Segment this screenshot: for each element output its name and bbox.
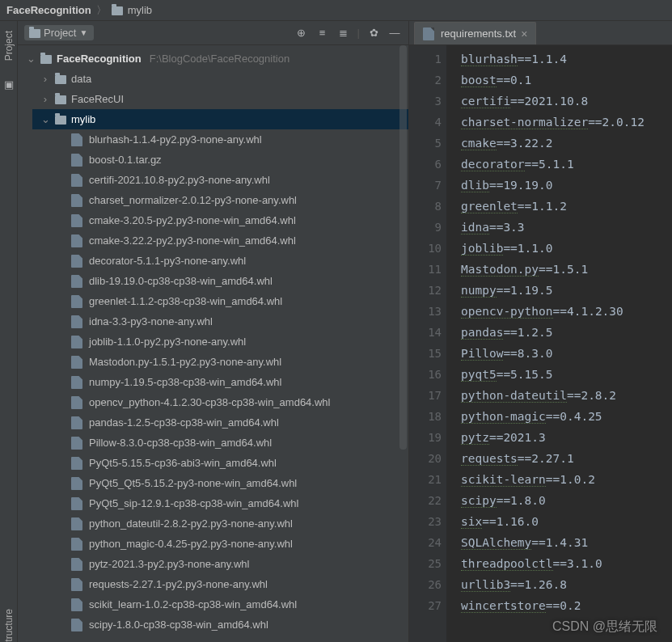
file-label: joblib-1.1.0-py2.py3-none-any.whl bbox=[89, 336, 246, 348]
code-line[interactable]: scipy==1.8.0 bbox=[461, 490, 672, 511]
code-line[interactable]: wincertstore==0.2 bbox=[461, 595, 672, 616]
file-label: boost-0.1.tar.gz bbox=[89, 154, 162, 166]
code-line[interactable]: decorator==5.1.1 bbox=[461, 154, 672, 175]
tree-file[interactable]: scikit_learn-1.0.2-cp38-cp38-win_amd64.w… bbox=[63, 594, 408, 615]
folder-label: FaceRecUI bbox=[71, 93, 124, 105]
tree-file[interactable]: opencv_python-4.1.2.30-cp38-cp38-win_amd… bbox=[63, 392, 408, 412]
project-tree[interactable]: ⌄ FaceRecognition F:\BlogCode\FaceRecogn… bbox=[18, 45, 408, 642]
file-icon bbox=[71, 234, 82, 247]
scrollbar-thumb[interactable] bbox=[399, 45, 407, 450]
line-number: 13 bbox=[409, 301, 442, 322]
chevron-down-icon: ▼ bbox=[79, 28, 87, 37]
tree-file[interactable]: pytz-2021.3-py2.py3-none-any.whl bbox=[63, 554, 408, 574]
code-line[interactable]: threadpoolctl==3.1.0 bbox=[461, 553, 672, 574]
tree-file[interactable]: python_dateutil-2.8.2-py2.py3-none-any.w… bbox=[63, 513, 408, 534]
folder-icon bbox=[40, 55, 52, 64]
line-number: 6 bbox=[409, 154, 442, 175]
hide-icon[interactable]: — bbox=[387, 26, 402, 40]
code-line[interactable]: python-dateutil==2.8.2 bbox=[461, 385, 672, 406]
file-label: cmake-3.22.2-py2.py3-none-win_amd64.whl bbox=[89, 234, 296, 247]
code-line[interactable]: python-magic==0.4.25 bbox=[461, 406, 672, 427]
tree-file[interactable]: certifi-2021.10.8-py2.py3-none-any.whl bbox=[63, 170, 408, 190]
breadcrumb-root[interactable]: FaceRecognition bbox=[6, 4, 91, 16]
project-tool-button[interactable]: Project bbox=[3, 31, 15, 61]
code-line[interactable]: numpy==1.19.5 bbox=[461, 280, 672, 301]
tree-folder[interactable]: › data bbox=[32, 69, 408, 89]
file-label: greenlet-1.1.2-cp38-cp38-win_amd64.whl bbox=[89, 295, 282, 307]
breadcrumb-sub[interactable]: mylib bbox=[128, 4, 152, 16]
code-line[interactable]: blurhash==1.1.4 bbox=[461, 49, 672, 70]
tree-file[interactable]: requests-2.27.1-py2.py3-none-any.whl bbox=[63, 574, 408, 594]
code-line[interactable]: joblib==1.1.0 bbox=[461, 238, 672, 259]
tree-file[interactable]: boost-0.1.tar.gz bbox=[63, 150, 408, 170]
chevron-right-icon[interactable]: › bbox=[40, 93, 50, 105]
tree-file[interactable]: numpy-1.19.5-cp38-cp38-win_amd64.whl bbox=[63, 372, 408, 392]
code-line[interactable]: Mastodon.py==1.5.1 bbox=[461, 259, 672, 280]
code-line[interactable]: pyqt5==5.15.5 bbox=[461, 364, 672, 385]
code-line[interactable]: idna==3.3 bbox=[461, 217, 672, 238]
tree-file[interactable]: Pillow-8.3.0-cp38-cp38-win_amd64.whl bbox=[63, 433, 408, 453]
project-view-selector[interactable]: Project ▼ bbox=[24, 25, 94, 40]
editor[interactable]: 1234567891011121314151617181920212223242… bbox=[409, 45, 672, 642]
tree-folder-selected[interactable]: ⌄ mylib bbox=[32, 109, 408, 129]
tree-file[interactable]: idna-3.3-py3-none-any.whl bbox=[63, 311, 408, 332]
tree-file[interactable]: PyQt5-5.15.5-cp36-abi3-win_amd64.whl bbox=[63, 453, 408, 473]
file-icon bbox=[71, 356, 82, 369]
collapse-all-icon[interactable]: ≣ bbox=[336, 26, 351, 40]
file-icon bbox=[71, 214, 82, 227]
chevron-down-icon[interactable]: ⌄ bbox=[26, 53, 36, 65]
code-line[interactable]: SQLAlchemy==1.4.31 bbox=[461, 532, 672, 553]
code-line[interactable]: Pillow==8.3.0 bbox=[461, 343, 672, 364]
file-label: python_dateutil-2.8.2-py2.py3-none-any.w… bbox=[89, 517, 293, 530]
tree-file[interactable]: PyQt5_Qt5-5.15.2-py3-none-win_amd64.whl bbox=[63, 473, 408, 493]
gear-icon[interactable]: ✿ bbox=[366, 26, 381, 40]
tree-folder[interactable]: › FaceRecUI bbox=[32, 89, 408, 109]
tree-file[interactable]: cmake-3.22.2-py2.py3-none-win_amd64.whl bbox=[63, 230, 408, 251]
code-line[interactable]: pytz==2021.3 bbox=[461, 427, 672, 448]
file-icon bbox=[423, 27, 434, 40]
file-label: PyQt5_sip-12.9.1-cp38-cp38-win_amd64.whl bbox=[89, 497, 298, 509]
code-line[interactable]: greenlet==1.1.2 bbox=[461, 196, 672, 217]
close-icon[interactable]: × bbox=[521, 27, 527, 40]
file-icon bbox=[71, 457, 82, 470]
tree-file[interactable]: cmake-3.20.5-py2.py3-none-win_amd64.whl bbox=[63, 210, 408, 230]
tree-file[interactable]: scipy-1.8.0-cp38-cp38-win_amd64.whl bbox=[63, 615, 408, 635]
tree-root[interactable]: ⌄ FaceRecognition F:\BlogCode\FaceRecogn… bbox=[18, 49, 408, 69]
code-line[interactable]: certifi==2021.10.8 bbox=[461, 91, 672, 112]
line-number: 22 bbox=[409, 490, 442, 511]
code-line[interactable]: dlib==19.19.0 bbox=[461, 175, 672, 196]
editor-tab[interactable]: requirements.txt × bbox=[414, 22, 536, 44]
code-line[interactable]: six==1.16.0 bbox=[461, 511, 672, 532]
tree-file[interactable]: charset_normalizer-2.0.12-py3-none-any.w… bbox=[63, 190, 408, 210]
code-line[interactable]: pandas==1.2.5 bbox=[461, 322, 672, 343]
tree-file[interactable]: joblib-1.1.0-py2.py3-none-any.whl bbox=[63, 332, 408, 352]
code-line[interactable]: scikit-learn==1.0.2 bbox=[461, 469, 672, 490]
code-line[interactable]: boost==0.1 bbox=[461, 70, 672, 91]
structure-tool-button[interactable]: tructure bbox=[3, 609, 15, 642]
line-number: 18 bbox=[409, 406, 442, 427]
tab-label: requirements.txt bbox=[441, 27, 516, 40]
file-label: PyQt5_Qt5-5.15.2-py3-none-win_amd64.whl bbox=[89, 477, 297, 489]
code-line[interactable]: charset-normalizer==2.0.12 bbox=[461, 112, 672, 133]
code-line[interactable]: opencv-python==4.1.2.30 bbox=[461, 301, 672, 322]
file-icon bbox=[71, 174, 82, 187]
code-line[interactable]: cmake==3.22.2 bbox=[461, 133, 672, 154]
folder-icon bbox=[55, 95, 66, 104]
tree-file[interactable]: greenlet-1.1.2-cp38-cp38-win_amd64.whl bbox=[63, 291, 408, 311]
expand-all-icon[interactable]: ≡ bbox=[315, 26, 330, 40]
code-line[interactable]: requests==2.27.1 bbox=[461, 448, 672, 469]
chevron-down-icon[interactable]: ⌄ bbox=[40, 113, 50, 125]
tree-file[interactable]: python_magic-0.4.25-py2.py3-none-any.whl bbox=[63, 534, 408, 554]
tree-file[interactable]: decorator-5.1.1-py3-none-any.whl bbox=[63, 251, 408, 271]
tree-file[interactable]: dlib-19.19.0-cp38-cp38-win_amd64.whl bbox=[63, 271, 408, 291]
file-label: scikit_learn-1.0.2-cp38-cp38-win_amd64.w… bbox=[89, 598, 297, 610]
tree-file[interactable]: blurhash-1.1.4-py2.py3-none-any.whl bbox=[63, 129, 408, 150]
tree-file[interactable]: PyQt5_sip-12.9.1-cp38-cp38-win_amd64.whl bbox=[63, 493, 408, 513]
locate-icon[interactable]: ⊕ bbox=[294, 26, 309, 40]
code-line[interactable]: urllib3==1.26.8 bbox=[461, 574, 672, 595]
file-label: decorator-5.1.1-py3-none-any.whl bbox=[89, 255, 246, 267]
code-content[interactable]: blurhash==1.1.4boost==0.1certifi==2021.1… bbox=[446, 45, 672, 642]
chevron-right-icon[interactable]: › bbox=[40, 73, 50, 85]
tree-file[interactable]: pandas-1.2.5-cp38-cp38-win_amd64.whl bbox=[63, 412, 408, 433]
tree-file[interactable]: Mastodon.py-1.5.1-py2.py3-none-any.whl bbox=[63, 352, 408, 372]
